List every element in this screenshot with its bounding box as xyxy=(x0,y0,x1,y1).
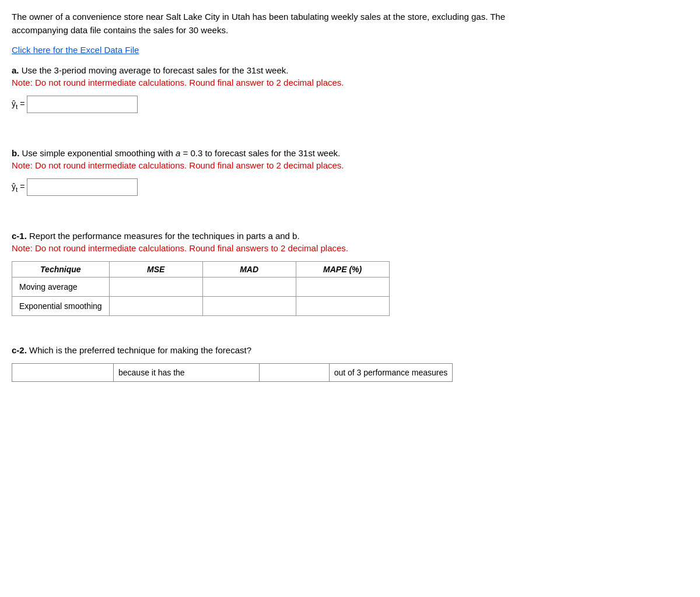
c2-out-of-label: out of 3 performance measures xyxy=(330,363,453,382)
part-b-section: b. Use simple exponential smoothing with… xyxy=(12,148,688,196)
c2-technique-input[interactable] xyxy=(12,363,114,382)
part-a-input-label: ŷt = xyxy=(12,99,24,110)
intro-paragraph: The owner of a convenience store near Sa… xyxy=(12,10,688,37)
mape-exp-smoothing-cell[interactable] xyxy=(296,297,389,316)
col-header-mape: MAPE (%) xyxy=(296,262,389,278)
c2-value-input[interactable] xyxy=(260,363,330,382)
part-c1-section: c-1. Report the performance measures for… xyxy=(12,231,688,316)
c2-answer-row: because it has the out of 3 performance … xyxy=(12,363,688,382)
col-header-mse: MSE xyxy=(109,262,202,278)
part-a-answer-input[interactable] xyxy=(27,96,138,113)
table-row-exponential-smoothing: Exponential smoothing xyxy=(12,297,390,316)
part-a-section: a. Use the 3-period moving average to fo… xyxy=(12,65,688,113)
part-c1-question: c-1. Report the performance measures for… xyxy=(12,231,688,241)
part-a-label: a. xyxy=(12,65,19,75)
c2-measure-type-input[interactable] xyxy=(190,363,260,382)
col-header-mad: MAD xyxy=(202,262,296,278)
part-c2-label: c-2. xyxy=(12,345,27,355)
technique-moving-average: Moving average xyxy=(12,278,110,297)
mse-moving-average-input[interactable] xyxy=(113,280,195,294)
mse-moving-average-cell[interactable] xyxy=(109,278,202,297)
mad-exp-smoothing-input[interactable] xyxy=(206,299,288,313)
mape-moving-average-cell[interactable] xyxy=(296,278,389,297)
part-b-note: Note: Do not round intermediate calculat… xyxy=(12,160,688,170)
mape-moving-average-input[interactable] xyxy=(300,280,382,294)
mse-exp-smoothing-cell[interactable] xyxy=(109,297,202,316)
part-c2-section: c-2. Which is the preferred technique fo… xyxy=(12,345,688,382)
mape-exp-smoothing-input[interactable] xyxy=(300,299,382,313)
part-b-input-row: ŷt = xyxy=(12,178,688,196)
col-header-technique: Technique xyxy=(12,262,110,278)
part-a-note: Note: Do not round intermediate calculat… xyxy=(12,78,688,87)
mad-exp-smoothing-cell[interactable] xyxy=(202,297,296,316)
part-a-input-row: ŷt = xyxy=(12,96,688,113)
c2-because-label: because it has the xyxy=(114,363,190,382)
part-c1-note: Note: Do not round intermediate calculat… xyxy=(12,243,688,253)
excel-data-link[interactable]: Click here for the Excel Data File xyxy=(12,45,139,55)
mse-exp-smoothing-input[interactable] xyxy=(113,299,195,313)
part-b-label: b. xyxy=(12,148,19,158)
part-a-question-text: Use the 3-period moving average to forec… xyxy=(22,65,289,75)
part-c2-question-text: Which is the preferred technique for mak… xyxy=(29,345,251,355)
performance-table: Technique MSE MAD MAPE (%) Moving averag… xyxy=(12,261,390,316)
technique-exponential-smoothing: Exponential smoothing xyxy=(12,297,110,316)
mad-moving-average-input[interactable] xyxy=(206,280,288,294)
part-b-question-text: Use simple exponential smoothing with a … xyxy=(22,148,341,158)
part-c1-question-text: Report the performance measures for the … xyxy=(29,231,300,241)
part-c2-question: c-2. Which is the preferred technique fo… xyxy=(12,345,688,355)
mad-moving-average-cell[interactable] xyxy=(202,278,296,297)
part-b-input-label: ŷt = xyxy=(12,182,24,193)
part-c1-label: c-1. xyxy=(12,231,27,241)
part-a-question: a. Use the 3-period moving average to fo… xyxy=(12,65,688,75)
part-b-answer-input[interactable] xyxy=(27,178,138,196)
table-row-moving-average: Moving average xyxy=(12,278,390,297)
part-b-question: b. Use simple exponential smoothing with… xyxy=(12,148,688,158)
